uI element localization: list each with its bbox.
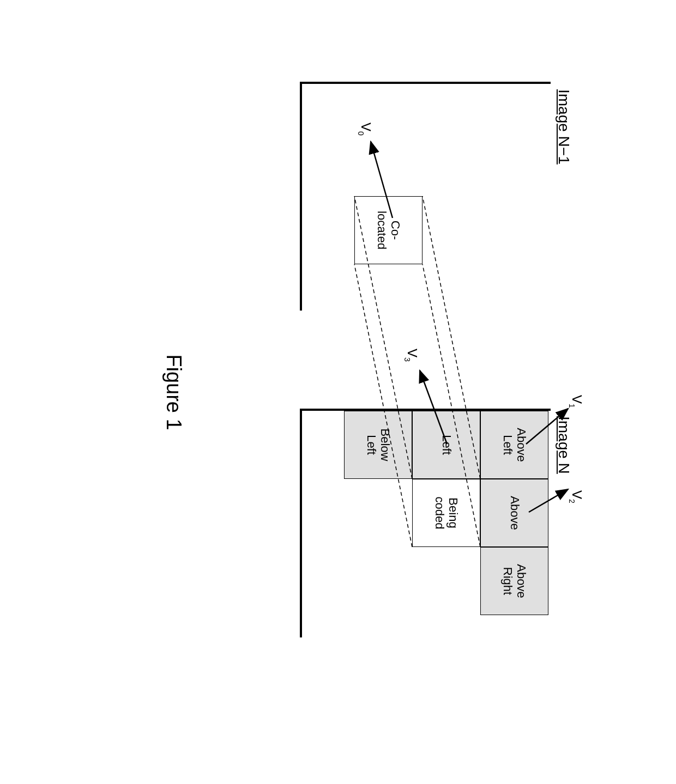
frame-n-label: Image N (555, 416, 572, 474)
frame-n1-label: Image N−1 (555, 89, 572, 165)
block-above-right: Above Right (480, 547, 548, 615)
block-being-coded: Being coded (412, 479, 480, 547)
vector-v0-label: V0 (357, 123, 373, 136)
block-below-left: Below Left (344, 411, 412, 479)
block-above-left: Above Left (480, 411, 548, 479)
figure-label: Figure 1 (162, 354, 185, 430)
block-left: Left (412, 411, 480, 479)
vector-v3-label: V3 (403, 349, 420, 362)
frame-image-n-minus-1: Image N−1 (300, 82, 551, 311)
vector-v2-label: V2 (568, 490, 584, 503)
vector-v1-label: V1 (568, 395, 584, 408)
block-above: Above (480, 479, 548, 547)
block-colocated: Co- located (354, 196, 422, 264)
